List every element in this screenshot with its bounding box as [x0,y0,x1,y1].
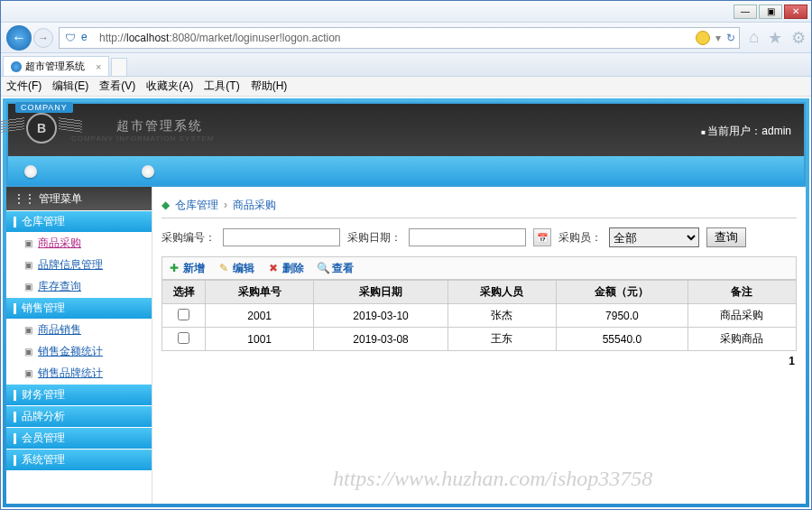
ie-icon: e [81,31,96,45]
sidebar-group-finance[interactable]: 财务管理 [6,384,152,405]
edit-button[interactable]: ✎ 编辑 [217,261,254,276]
filter-code-label: 采购编号： [161,230,216,246]
favorites-icon[interactable]: ★ [768,28,782,48]
dropdown-icon[interactable]: ▾ [715,32,721,44]
browser-menu-bar: 文件(F) 编辑(E) 查看(V) 收藏夹(A) 工具(T) 帮助(H) [1,77,811,97]
col-date: 采购日期 [314,281,448,304]
breadcrumb: ◆ 仓库管理 › 商品采购 [161,194,797,216]
app-logo: B 超市管理系统 COMPANY INFORMATION SYSTEM [21,109,214,151]
col-select: 选择 [162,281,206,304]
sidebar-item-stock-query[interactable]: 库存查询 [6,275,152,297]
sidebar-group-sales[interactable]: 销售管理 [6,297,152,319]
menu-edit[interactable]: 编辑(E) [52,79,88,94]
refresh-icon[interactable]: ↻ [726,32,735,44]
row-checkbox[interactable] [178,332,189,344]
col-amount: 金额（元） [557,281,688,304]
sidebar-item-sales-brand-stat[interactable]: 销售品牌统计 [6,362,152,384]
tabstrip-knob [142,165,154,178]
sidebar-group-warehouse[interactable]: 仓库管理 [6,210,152,232]
purchase-code-input[interactable] [223,228,340,246]
app-subtitle: COMPANY INFORMATION SYSTEM [71,134,214,143]
minimize-button[interactable]: — [734,5,757,19]
sidebar: ⋮⋮ 管理菜单 仓库管理 商品采购 品牌信息管理 库存查询 销售管理 商品销售 … [6,187,152,504]
content-area: ◆ 仓库管理 › 商品采购 采购编号： 采购日期： 📅 采购员： [152,187,806,504]
breadcrumb-current: 商品采购 [233,198,276,213]
shield-icon: 🛡 [63,31,78,45]
current-user: 当前用户：admin [701,124,791,139]
buyer-select[interactable]: 全部 [609,227,699,247]
row-checkbox[interactable] [178,309,189,320]
back-button[interactable]: ← [6,25,32,51]
add-button[interactable]: ✚ 新增 [168,261,205,276]
menu-file[interactable]: 文件(F) [6,79,42,94]
maximize-button[interactable]: ▣ [759,5,782,19]
sidebar-item-product-sales[interactable]: 商品销售 [6,319,152,340]
menu-tools[interactable]: 工具(T) [204,79,239,94]
filter-date-label: 采购日期： [347,230,401,246]
pager[interactable]: 1 [161,351,797,371]
menu-icon: ⋮⋮ [14,192,35,205]
sidebar-group-system[interactable]: 系统管理 [6,449,152,470]
search-button[interactable]: 查询 [706,227,746,247]
toolbar: ✚ 新增 ✎ 编辑 ✖ 删除 🔍 查看 [161,256,797,280]
breadcrumb-parent[interactable]: 仓库管理 [175,198,218,213]
tabstrip-knob [24,165,37,178]
browser-tab[interactable]: 超市管理系统 × [3,56,109,76]
menu-favorites[interactable]: 收藏夹(A) [146,79,193,94]
watermark: https://www.huzhan.com/ishop33758 [333,467,652,491]
delete-icon: ✖ [267,262,280,274]
close-button[interactable]: ✕ [784,5,807,19]
address-bar[interactable]: 🛡 e http://localhost:8080/market/loginus… [59,27,740,49]
date-picker-button[interactable]: 📅 [533,228,551,246]
url-text: http://localhost:8080/market/loginuser!l… [99,32,696,44]
forward-button[interactable]: → [33,28,53,48]
view-icon: 🔍 [317,262,329,274]
window-title-bar: — ▣ ✕ [1,1,811,23]
sidebar-group-members[interactable]: 会员管理 [6,427,152,449]
settings-icon[interactable]: ⚙ [791,28,806,48]
table-row[interactable]: 2001 2019-03-10 张杰 7950.0 商品采购 [162,304,797,328]
data-table: 选择 采购单号 采购日期 采购人员 金额（元） 备注 2001 [161,280,797,351]
sidebar-title: ⋮⋮ 管理菜单 [6,187,152,210]
sidebar-item-brand-info[interactable]: 品牌信息管理 [6,254,152,275]
sidebar-item-sales-amount-stat[interactable]: 销售金额统计 [6,340,152,362]
purchase-date-input[interactable] [409,228,526,246]
tab-title: 超市管理系统 [25,60,85,73]
filter-row: 采购编号： 采购日期： 📅 采购员： 全部 查询 [161,227,797,247]
app-tabstrip [6,156,806,187]
tab-favicon [11,61,22,72]
sidebar-item-purchase[interactable]: 商品采购 [6,232,152,254]
sidebar-group-brand-analysis[interactable]: 品牌分析 [6,405,152,427]
filter-buyer-label: 采购员： [558,230,602,246]
col-buyer: 采购人员 [448,281,556,304]
app-header: COMPANY B 超市管理系统 COMPANY INFORMATION SYS… [6,102,806,156]
view-button[interactable]: 🔍 查看 [317,261,354,276]
app-title: 超市管理系统 [116,118,214,134]
browser-tab-row: 超市管理系统 × [1,53,811,77]
browser-nav-bar: ← → 🛡 e http://localhost:8080/market/log… [1,23,811,53]
col-code: 采购单号 [206,281,314,304]
menu-help[interactable]: 帮助(H) [251,79,288,94]
new-tab-button[interactable] [111,58,127,76]
edit-icon: ✎ [217,262,230,274]
breadcrumb-arrow-icon: ◆ [161,199,170,211]
add-icon: ✚ [168,262,180,274]
menu-view[interactable]: 查看(V) [99,79,135,94]
table-row[interactable]: 1001 2019-03-08 王东 55540.0 采购商品 [162,328,797,351]
delete-button[interactable]: ✖ 删除 [267,261,304,276]
col-note: 备注 [687,281,796,304]
emoji-icon[interactable] [696,31,710,45]
tab-close-icon[interactable]: × [96,61,101,72]
home-icon[interactable]: ⌂ [749,28,759,47]
